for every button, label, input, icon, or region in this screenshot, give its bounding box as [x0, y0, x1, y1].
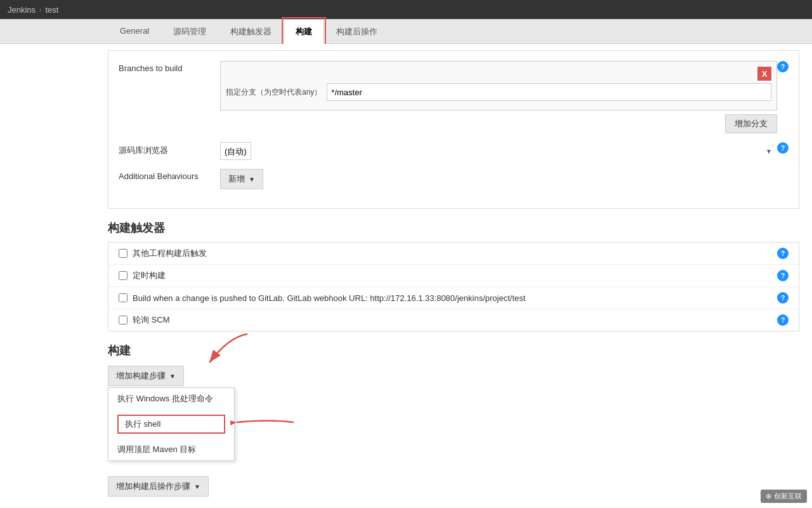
shell-label: 执行 shell: [125, 419, 160, 429]
dropdown-item-maven[interactable]: 调用顶层 Maven 目标: [108, 439, 234, 460]
tab-post[interactable]: 构建后操作: [324, 19, 390, 44]
content-area: Branches to build X 指定分支（为空时代表any） 增加分支: [0, 44, 812, 508]
source-browser-content: (自动): [220, 142, 777, 160]
branches-help-icon[interactable]: ?: [777, 61, 789, 72]
dropdown-item-windows-batch[interactable]: 执行 Windows 批处理命令: [108, 388, 234, 410]
branches-label: Branches to build: [119, 61, 220, 73]
source-browser-row: 源码库浏览器 (自动) ?: [119, 142, 789, 160]
checkbox-row-poll-scm: 轮询 SCM ?: [108, 309, 799, 331]
source-browser-label: 源码库浏览器: [119, 142, 220, 156]
checkbox-row-other-project: 其他工程构建后触发 ?: [108, 243, 799, 265]
topbar-chevron-1: ›: [39, 6, 41, 13]
tab-build[interactable]: 构建: [284, 19, 324, 44]
checkbox-scheduled-label: 定时构建: [133, 270, 772, 281]
checkbox-other-project[interactable]: [119, 249, 128, 258]
add-steps-container: 增加构建步骤 ▼ 执行 Windows 批处理命令 执行 shell: [108, 366, 235, 461]
behaviours-content: 新增 ▼: [220, 169, 789, 189]
new-behaviour-caret: ▼: [249, 176, 255, 183]
post-build-caret: ▼: [194, 483, 200, 490]
checkbox-poll-scm[interactable]: [119, 316, 128, 324]
checkboxes-panel: 其他工程构建后触发 ? 定时构建 ? Build when a change i…: [108, 242, 799, 331]
remove-branch-button[interactable]: X: [757, 67, 771, 81]
behaviours-label: Additional Behaviours: [119, 169, 220, 181]
build-triggers-heading: 构建触发器: [108, 220, 799, 236]
dropdown-item-shell[interactable]: 执行 shell: [117, 415, 225, 434]
build-section: 构建 增加构建步骤 ▼: [108, 343, 799, 497]
post-build-label: 增加构建后操作步骤: [116, 481, 190, 492]
page-container: General 源码管理 构建触发器 构建 构建后操作 Branches to …: [0, 19, 812, 508]
build-heading: 构建: [108, 343, 799, 358]
poll-scm-help-icon[interactable]: ?: [777, 314, 789, 326]
branches-box: X 指定分支（为空时代表any）: [220, 61, 777, 110]
source-browser-select[interactable]: (自动): [220, 142, 251, 160]
add-post-build-button[interactable]: 增加构建后操作步骤 ▼: [108, 476, 209, 497]
gitlab-help-icon[interactable]: ?: [777, 292, 789, 304]
checkbox-row-scheduled: 定时构建 ?: [108, 265, 799, 287]
add-branch-button[interactable]: 增加分支: [725, 114, 777, 133]
checkbox-poll-scm-label: 轮询 SCM: [133, 314, 772, 326]
watermark-icon: ⊕: [766, 492, 771, 500]
other-project-help-icon[interactable]: ?: [777, 248, 789, 259]
add-build-steps-button[interactable]: 增加构建步骤 ▼: [108, 366, 184, 386]
branch-row: 指定分支（为空时代表any）: [226, 83, 771, 101]
behaviours-row: Additional Behaviours 新增 ▼: [119, 169, 789, 189]
checkbox-row-gitlab: Build when a change is pushed to GitLab.…: [108, 287, 799, 309]
branches-form-row: Branches to build X 指定分支（为空时代表any） 增加分支: [119, 61, 789, 133]
topbar: Jenkins › test: [0, 0, 812, 19]
watermark-text: 创新互联: [774, 491, 802, 501]
watermark: ⊕ 创新互联: [761, 490, 807, 503]
tab-trigger[interactable]: 构建触发器: [218, 19, 284, 44]
tab-source[interactable]: 源码管理: [161, 19, 218, 44]
branches-content: X 指定分支（为空时代表any） 增加分支: [220, 61, 777, 133]
topbar-jenkins[interactable]: Jenkins: [8, 5, 36, 15]
build-steps-dropdown-menu: 执行 Windows 批处理命令 执行 shell: [108, 387, 235, 461]
topbar-test[interactable]: test: [45, 5, 58, 15]
source-browser-help-icon[interactable]: ?: [777, 142, 789, 154]
source-browser-select-wrapper: (自动): [220, 142, 777, 160]
scheduled-help-icon[interactable]: ?: [777, 270, 789, 281]
branch-input[interactable]: [327, 83, 771, 101]
tab-general[interactable]: General: [108, 19, 161, 44]
add-build-steps-caret: ▼: [169, 373, 176, 380]
clearfix: 增加分支: [220, 110, 777, 133]
checkbox-other-project-label: 其他工程构建后触发: [133, 248, 772, 259]
checkbox-gitlab[interactable]: [119, 293, 128, 302]
tabs-row: General 源码管理 构建触发器 构建 构建后操作: [0, 19, 812, 44]
post-build-row: 增加构建后操作步骤 ▼: [108, 476, 799, 497]
checkbox-gitlab-label: Build when a change is pushed to GitLab.…: [133, 293, 772, 303]
branch-field-label: 指定分支（为空时代表any）: [226, 87, 322, 98]
dropdown-item-shell-wrapper: 执行 shell: [108, 410, 234, 439]
arrow-annotation-2: [230, 410, 300, 437]
new-behaviour-button[interactable]: 新增 ▼: [220, 169, 263, 189]
checkbox-scheduled[interactable]: [119, 271, 128, 280]
add-build-steps-label: 增加构建步骤: [116, 370, 166, 382]
branches-panel: Branches to build X 指定分支（为空时代表any） 增加分支: [108, 50, 799, 209]
new-behaviour-label: 新增: [228, 173, 245, 185]
